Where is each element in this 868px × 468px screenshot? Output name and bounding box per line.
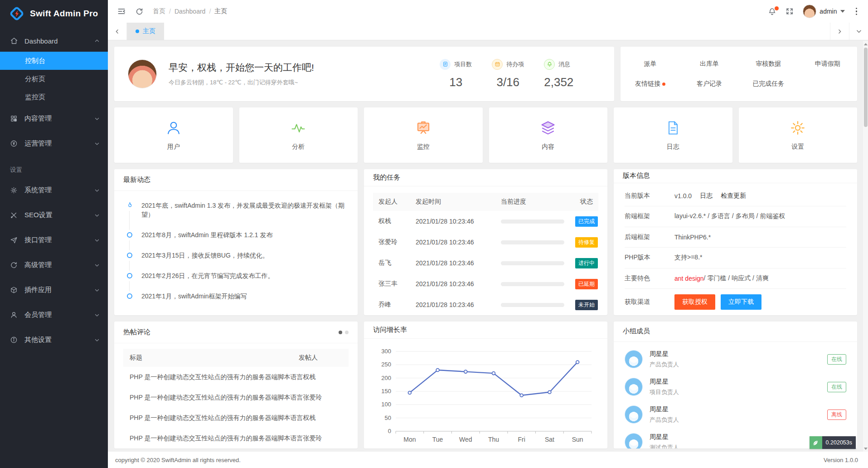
version-row: PHP版本支持>=8.* — [625, 248, 846, 268]
shortcut-content[interactable]: 内容 — [489, 107, 608, 163]
sidebar-section-label: 设置 — [0, 156, 108, 178]
sidebar-item-label: 接口管理 — [24, 236, 94, 244]
breadcrumb-home[interactable]: 首页 — [153, 7, 165, 15]
sidebar-item-plugins[interactable]: 插件应用 — [0, 278, 108, 302]
tab-scroll-right-icon[interactable] — [830, 23, 849, 40]
svg-text:Mon: Mon — [403, 436, 416, 443]
svg-text:150: 150 — [381, 388, 391, 395]
scrollbar[interactable] — [863, 41, 868, 452]
comment-author: 张爱玲 — [303, 434, 346, 443]
user-menu[interactable]: admin — [803, 5, 844, 18]
comment-title[interactable]: PHP 是一种创建动态交互性站点的强有力的服务器端脚本语言 — [130, 414, 303, 422]
main-area: 首页 / Dashboard / 主页 admin 主页 — [108, 0, 868, 468]
notifications-button[interactable] — [768, 7, 776, 16]
chevron-down-icon — [94, 116, 100, 122]
sidebar-item-members[interactable]: 会员管理 — [0, 302, 108, 327]
bell-green-icon — [544, 59, 555, 70]
growth-chart-svg: 501001502002503000MonTueWedThuFriSatSun — [366, 343, 604, 448]
changelog-link[interactable]: 日志 — [700, 192, 713, 200]
sidebar-item-content-mgmt[interactable]: 内容管理 — [0, 106, 108, 131]
shortcut-users[interactable]: 用户 — [114, 107, 233, 163]
stat-messages: 消息 2,352 — [544, 59, 573, 89]
gear-icon — [10, 186, 18, 195]
app-logo[interactable]: Swift Admin Pro — [0, 0, 108, 27]
timeline-item: 2021年2月26日，在元宵节编写完成发布工作。 — [125, 271, 347, 292]
yen-circle-icon — [10, 140, 18, 148]
carousel-dot[interactable] — [345, 331, 349, 334]
sidebar-item-other-settings[interactable]: 其他设置 — [0, 327, 108, 352]
get-license-button[interactable]: 获取授权 — [674, 294, 715, 310]
progress-bar — [501, 303, 564, 307]
sidebar-item-advanced-mgmt[interactable]: 高级管理 — [0, 253, 108, 278]
scrollbar-thumb[interactable] — [864, 48, 868, 127]
quick-link-audit[interactable]: 审核数据 — [739, 60, 798, 68]
tab-home[interactable]: 主页 — [127, 23, 164, 40]
timeline-item: 2021年1月，swiftAdmin框架开始编写 — [125, 292, 347, 312]
quick-link-dispatch[interactable]: 派单 — [621, 60, 679, 68]
comment-title[interactable]: PHP 是一种创建动态交互性站点的强有力的服务器端脚本语言 — [130, 373, 303, 381]
footer: copyright © 2020 SwiftAdmin all rights r… — [108, 452, 868, 468]
timeline-item: 2021年底，swiftAdmin 1.3 发布，并发展成最受欢迎的极速开发框架… — [125, 201, 347, 230]
copyright-text: copyright © 2020 SwiftAdmin all rights r… — [115, 457, 241, 463]
member-role: 项目负责人 — [650, 388, 679, 396]
hot-comments-card: 热帖评论 标题发帖人 PHP 是一种创建动态交互性站点的强有力的服务器端脚本语言… — [114, 322, 358, 448]
sidebar-item-dashboard[interactable]: Dashboard — [0, 30, 108, 52]
shortcut-settings[interactable]: 设置 — [739, 107, 858, 163]
download-button[interactable]: 立即下载 — [721, 294, 761, 310]
calendar-icon — [492, 59, 503, 70]
quick-link-outbound[interactable]: 出库单 — [680, 60, 739, 68]
topbar: 首页 / Dashboard / 主页 admin — [108, 0, 868, 23]
version-info-card: 版本信息 当前版本 v1.0.0 日志 检查更新 前端框架layui-v2.6.… — [614, 169, 857, 315]
svg-text:Sun: Sun — [572, 436, 583, 443]
breadcrumb-dashboard[interactable]: Dashboard — [175, 8, 206, 15]
tools-icon — [10, 211, 18, 219]
shortcut-logs[interactable]: 日志 — [614, 107, 732, 163]
check-update-link[interactable]: 检查更新 — [721, 192, 746, 200]
sidebar-item-seo-settings[interactable]: SEO设置 — [0, 203, 108, 228]
sidebar-item-analysis[interactable]: 分析页 — [0, 70, 108, 88]
scroll-down-icon[interactable] — [863, 445, 868, 452]
svg-text:Thu: Thu — [488, 436, 499, 443]
sidebar-item-console[interactable]: 控制台 — [0, 52, 108, 70]
quick-link-customers[interactable]: 客户记录 — [680, 80, 739, 88]
svg-text:Sat: Sat — [545, 436, 554, 443]
sidebar-item-label: 系统管理 — [24, 186, 94, 195]
status-badge: 进行中 — [575, 258, 598, 268]
table-row: PHP 是一种创建动态交互性站点的强有力的服务器端脚本语言 权栈 — [123, 367, 349, 387]
task-time: 2021/01/28 10:23:46 — [416, 218, 501, 225]
tab-menu-icon[interactable] — [849, 23, 868, 40]
comment-title[interactable]: PHP 是一种创建动态交互性站点的强有力的服务器端脚本语言 — [130, 394, 303, 402]
status-badge: 已延期 — [575, 279, 598, 289]
version-row: 当前版本 v1.0.0 日志 检查更新 — [625, 186, 846, 207]
task-time: 2021/01/28 10:23:46 — [416, 301, 501, 308]
scroll-up-icon[interactable] — [863, 41, 868, 47]
sidebar-item-label: 运营管理 — [24, 139, 94, 148]
shortcut-analysis[interactable]: 分析 — [239, 107, 358, 163]
quick-link-done-tasks[interactable]: 已完成任务 — [739, 80, 798, 88]
quick-link-friend-links[interactable]: 友情链接 — [621, 80, 679, 88]
member-role: 测试负责人 — [650, 444, 679, 448]
refresh-icon[interactable] — [135, 7, 144, 16]
sidebar-item-operations[interactable]: 运营管理 — [0, 131, 108, 156]
sidebar-item-api-mgmt[interactable]: 接口管理 — [0, 228, 108, 253]
version-row: 主要特色 ant design / 零门槛 / 响应式 / 清爽 — [625, 268, 846, 289]
collapse-menu-icon[interactable] — [117, 7, 126, 16]
shortcut-label: 分析 — [292, 143, 305, 151]
circle-icon — [127, 293, 132, 299]
sidebar-item-system-mgmt[interactable]: 系统管理 — [0, 178, 108, 203]
shortcut-monitor[interactable]: 监控 — [364, 107, 483, 163]
tab-scroll-left-icon[interactable] — [108, 23, 127, 40]
breadcrumb-current: 主页 — [214, 7, 227, 15]
quick-link-leave[interactable]: 申请假期 — [798, 60, 857, 68]
fullscreen-icon[interactable] — [786, 7, 794, 15]
comment-title[interactable]: PHP 是一种创建动态交互性站点的强有力的服务器端脚本语言 — [130, 434, 303, 443]
performance-badge[interactable]: 0.202053s — [810, 436, 856, 449]
stat-projects: 项目数 13 — [440, 59, 472, 89]
carousel-dot-active[interactable] — [339, 331, 342, 334]
sidebar-item-monitor[interactable]: 监控页 — [0, 88, 108, 106]
sidebar-item-label: 插件应用 — [24, 286, 94, 294]
tab-active-dot — [136, 29, 139, 33]
shortcut-label: 用户 — [167, 143, 180, 151]
stat-label: 消息 — [558, 60, 570, 68]
more-options-icon[interactable] — [854, 6, 859, 17]
